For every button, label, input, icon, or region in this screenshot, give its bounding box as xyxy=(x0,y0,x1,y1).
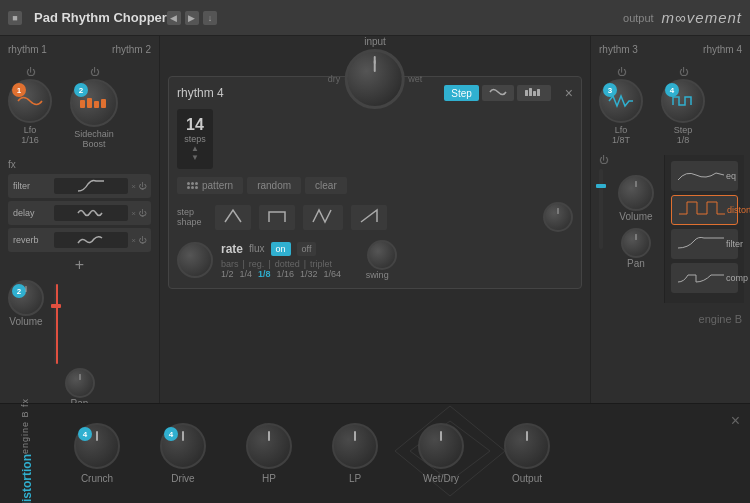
pattern-controls: pattern random clear xyxy=(177,177,573,194)
rate-1-2[interactable]: 1/2 xyxy=(221,269,234,279)
rhythm4-knob-container: ⏻ 4 Step 1/8 xyxy=(661,67,705,145)
pattern-dots-icon xyxy=(187,182,198,189)
bottom-knob-hp: HP xyxy=(246,423,292,484)
fx-item-reverb[interactable]: reverb × ⏻ xyxy=(8,228,151,252)
rhythm2-type: Sidechain xyxy=(74,129,114,139)
right-fx-eq-wave xyxy=(676,165,726,187)
rhythm1-power[interactable]: ⏻ xyxy=(26,67,35,77)
shape-btn-4[interactable] xyxy=(351,205,387,230)
next-button[interactable]: ▶ xyxy=(185,11,199,25)
rhythm3-power[interactable]: ⏻ xyxy=(617,67,626,77)
shape-btn-3[interactable] xyxy=(303,205,343,230)
shape-triangle-icon xyxy=(223,208,243,224)
bottom-panel: engine B fx distortion 4 Crunch 4 Drive … xyxy=(0,403,750,503)
fx-item-filter[interactable]: filter × ⏻ xyxy=(8,174,151,198)
volume-knob[interactable]: 2 xyxy=(8,280,44,316)
rhythm1-knob-container: ⏻ 1 Lfo 1/16 xyxy=(8,67,52,149)
right-volume-slider[interactable] xyxy=(599,169,603,249)
swing-knob[interactable] xyxy=(367,240,397,270)
flux-off-button[interactable]: off xyxy=(297,242,317,256)
bottom-knob-drive: 4 Drive xyxy=(160,423,206,484)
tab-group: Step xyxy=(444,85,551,101)
bottom-close-button[interactable]: × xyxy=(731,412,740,430)
shape-ramp-icon xyxy=(359,208,379,224)
crunch-num: 4 xyxy=(78,427,92,441)
rate-1-4[interactable]: 1/4 xyxy=(240,269,253,279)
lp-knob[interactable] xyxy=(332,423,378,469)
fx-delay-close[interactable]: × xyxy=(131,209,136,218)
shape-zigzag-icon xyxy=(311,208,335,224)
pan-knob[interactable] xyxy=(65,368,95,398)
rate-1-32[interactable]: 1/32 xyxy=(300,269,318,279)
rhythm4-number: 4 xyxy=(665,83,679,97)
fx-delay-power[interactable]: ⏻ xyxy=(138,209,146,218)
fx-reverb-name: reverb xyxy=(13,235,51,245)
close-button[interactable]: ■ xyxy=(8,11,22,25)
step-shape-label: step shape xyxy=(177,207,207,227)
shape-knob[interactable] xyxy=(543,202,573,232)
input-label: input xyxy=(364,36,386,47)
rhythm1-knob[interactable]: 1 xyxy=(8,79,52,123)
right-fx-eq[interactable]: eq xyxy=(671,161,738,191)
wetdry-knob[interactable] xyxy=(418,423,464,469)
bottom-fx-name: distortion xyxy=(20,454,34,503)
bottom-knob-output: Output xyxy=(504,423,550,484)
input-knob[interactable] xyxy=(344,49,404,109)
tab-sidechain[interactable] xyxy=(517,85,551,101)
tab-lfo[interactable] xyxy=(482,85,514,101)
svg-rect-6 xyxy=(533,91,536,96)
fx-filter-name: filter xyxy=(13,181,51,191)
fx-item-delay[interactable]: delay × ⏻ xyxy=(8,201,151,225)
rhythm1-number: 1 xyxy=(12,83,26,97)
svg-rect-0 xyxy=(80,100,85,108)
right-fx-filter[interactable]: filter xyxy=(671,229,738,259)
rhythm2-knob[interactable]: 2 xyxy=(70,79,118,127)
flux-on-button[interactable]: on xyxy=(271,242,291,256)
rate-1-64[interactable]: 1/64 xyxy=(324,269,342,279)
crunch-knob[interactable]: 4 xyxy=(74,423,120,469)
comp-wave-icon xyxy=(676,267,726,287)
drive-knob[interactable]: 4 xyxy=(160,423,206,469)
right-volume-knob[interactable] xyxy=(618,175,654,211)
fx-filter-power[interactable]: ⏻ xyxy=(138,182,146,191)
rhythm-header-right: rhythm 3 rhythm 4 xyxy=(599,44,742,61)
fx-filter-close[interactable]: × xyxy=(131,182,136,191)
random-button[interactable]: random xyxy=(247,177,301,194)
save-button[interactable]: ↓ xyxy=(203,11,217,25)
rate-1-8[interactable]: 1/8 xyxy=(258,269,271,279)
hp-knob[interactable] xyxy=(246,423,292,469)
fx-add-button[interactable]: + xyxy=(8,256,151,274)
prev-button[interactable]: ◀ xyxy=(167,11,181,25)
shape-btn-2[interactable] xyxy=(259,205,295,230)
right-fx-distortion[interactable]: distortion xyxy=(671,195,738,225)
right-pan-label: Pan xyxy=(627,258,645,269)
rate-1-16[interactable]: 1/16 xyxy=(277,269,295,279)
bars-row xyxy=(219,109,573,169)
shape-btn-1[interactable] xyxy=(215,205,251,230)
tab-step[interactable]: Step xyxy=(444,85,479,101)
shape-step-icon xyxy=(267,208,287,224)
rhythm3-knob[interactable]: 3 xyxy=(599,79,643,123)
preset-title: Pad Rhythm Chopper xyxy=(34,10,167,25)
right-volume-label: Volume xyxy=(619,211,652,222)
fx-reverb-close[interactable]: × xyxy=(131,236,136,245)
popup-close[interactable]: × xyxy=(565,85,573,101)
movement-logo: m∞vement xyxy=(662,9,742,26)
right-pan-knob[interactable] xyxy=(621,228,651,258)
left-fx-section: fx filter × ⏻ delay × ⏻ xyxy=(8,159,151,274)
rhythm4-power[interactable]: ⏻ xyxy=(679,67,688,77)
fx-reverb-power[interactable]: ⏻ xyxy=(138,236,146,245)
pattern-button[interactable]: pattern xyxy=(177,177,243,194)
rhythm4-knob[interactable]: 4 xyxy=(661,79,705,123)
right-fx-comp[interactable]: comp xyxy=(671,263,738,293)
right-fx-dist-label: distortion xyxy=(727,205,750,215)
eq-wave-icon xyxy=(676,165,726,185)
rate-knob[interactable] xyxy=(177,242,213,278)
rhythm2-power[interactable]: ⏻ xyxy=(90,67,99,77)
bottom-engine-label: engine B fx xyxy=(20,398,38,454)
sidechain-wave-icon xyxy=(78,96,110,110)
clear-button[interactable]: clear xyxy=(305,177,347,194)
output-knob[interactable] xyxy=(504,423,550,469)
steps-arrows[interactable]: ▲▼ xyxy=(191,144,199,162)
right-power[interactable]: ⏻ xyxy=(599,155,608,165)
